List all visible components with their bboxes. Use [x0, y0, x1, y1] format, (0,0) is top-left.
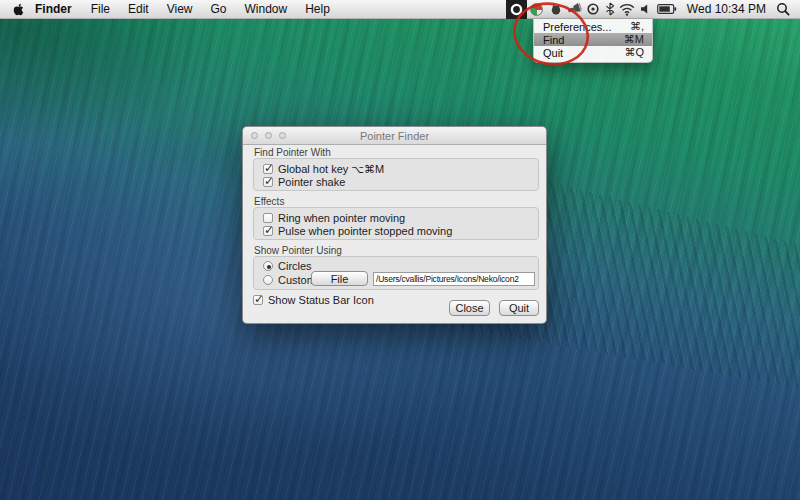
menu-item-find[interactable]: Find ⌘M [534, 33, 652, 46]
menu-edit[interactable]: Edit [119, 0, 158, 18]
title-bar[interactable]: Pointer Finder [243, 127, 546, 145]
row-circles: Circles [263, 260, 312, 272]
apple-icon [13, 3, 24, 16]
label-global-hot-key: Global hot key ⌥⌘M [278, 163, 384, 176]
pointer-finder-status-icon-active[interactable] [506, 0, 527, 19]
flashlight-icon [567, 2, 582, 16]
checkbox-ring-when-moving[interactable] [263, 213, 273, 223]
label-pulse-when-stopped: Pulse when pointer stopped moving [278, 225, 452, 237]
label-show-status-bar-icon: Show Status Bar Icon [268, 294, 374, 306]
menu-go[interactable]: Go [202, 0, 236, 18]
menu-help[interactable]: Help [296, 0, 339, 18]
close-button[interactable]: Close [449, 300, 490, 316]
menu-window[interactable]: Window [236, 0, 297, 18]
pointer-finder-window: Pointer Finder Find Pointer With Global … [242, 126, 547, 324]
status-dropdown-menu: Preferences... ⌘, Find ⌘M Quit ⌘Q [533, 19, 653, 63]
radio-circles[interactable] [263, 261, 273, 271]
spotlight-status-icon[interactable] [774, 0, 792, 19]
target-icon [509, 2, 524, 17]
menu-view[interactable]: View [158, 0, 202, 18]
bluetooth-icon [605, 2, 615, 16]
row-show-status-bar-icon: Show Status Bar Icon [253, 294, 374, 306]
menu-file[interactable]: File [82, 0, 119, 18]
color-app-status-icon[interactable] [527, 0, 547, 19]
wifi-icon [619, 3, 635, 16]
spotlight-search-icon [776, 2, 790, 16]
file-button[interactable]: File [311, 271, 368, 286]
menu-bar-clock[interactable]: Wed 10:34 PM [680, 2, 774, 16]
checkbox-global-hot-key[interactable] [263, 164, 273, 174]
menu-app-name[interactable]: Finder [27, 0, 82, 18]
checkbox-show-status-bar-icon[interactable] [253, 295, 263, 305]
section-label-show-pointer-using: Show Pointer Using [254, 245, 342, 256]
mouse-critter-icon [549, 2, 563, 16]
menu-item-quit[interactable]: Quit ⌘Q [534, 46, 652, 59]
menu-item-preferences[interactable]: Preferences... ⌘, [534, 20, 652, 33]
label-ring-when-moving: Ring when pointer moving [278, 212, 405, 224]
quit-button[interactable]: Quit [499, 300, 539, 316]
target-dot-icon [586, 2, 600, 16]
window-title: Pointer Finder [243, 130, 546, 142]
row-pulse-when-stopped: Pulse when pointer stopped moving [263, 225, 452, 237]
label-pointer-shake: Pointer shake [278, 176, 345, 188]
shortcut-quit: ⌘Q [624, 46, 644, 59]
apple-menu[interactable] [9, 0, 27, 18]
battery-status-icon[interactable] [655, 0, 680, 19]
flashlight-status-icon[interactable] [565, 0, 584, 19]
volume-status-icon[interactable] [638, 0, 655, 19]
bluetooth-status-icon[interactable] [603, 0, 617, 19]
section-label-effects: Effects [254, 196, 284, 207]
custom-path-field[interactable]: /Users/cvallis/Pictures/Icons/Neko/icon2 [373, 272, 535, 286]
checkbox-pointer-shake[interactable] [263, 177, 273, 187]
desktop: Finder File Edit View Go Window Help [0, 0, 800, 500]
row-custom: Custom [263, 274, 316, 286]
row-ring-when-moving: Ring when pointer moving [263, 212, 405, 224]
row-global-hot-key: Global hot key ⌥⌘M [263, 163, 384, 175]
shortcut-find: ⌘M [624, 33, 644, 46]
battery-icon [657, 3, 677, 15]
wifi-status-icon[interactable] [617, 0, 638, 19]
section-label-find-pointer-with: Find Pointer With [254, 147, 331, 158]
shortcut-preferences: ⌘, [630, 20, 644, 33]
radio-custom[interactable] [263, 275, 273, 285]
label-circles: Circles [278, 260, 312, 272]
menu-bar: Finder File Edit View Go Window Help [0, 0, 800, 19]
color-app-icon [530, 3, 543, 16]
target-status-icon[interactable] [584, 0, 603, 19]
volume-icon [640, 3, 652, 15]
checkbox-pulse-when-stopped[interactable] [263, 226, 273, 236]
mouse-critter-status-icon[interactable] [547, 0, 565, 19]
row-pointer-shake: Pointer shake [263, 176, 345, 188]
